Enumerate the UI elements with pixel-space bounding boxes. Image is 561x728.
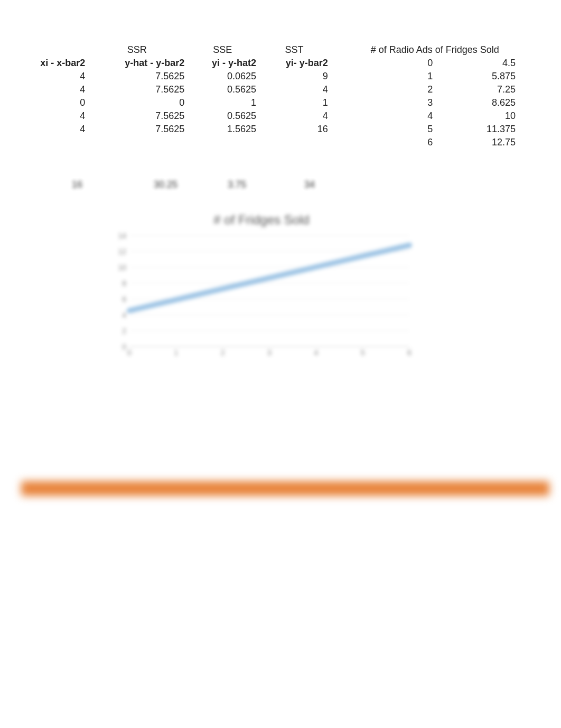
- chart-line-svg: [129, 235, 409, 346]
- x-tick: 4: [314, 348, 318, 357]
- orange-divider: [21, 476, 549, 502]
- x-tick: 6: [407, 348, 412, 357]
- total-yi-yhat: 3.75: [180, 178, 248, 191]
- cell-fridges-0: 4.5: [435, 57, 518, 70]
- cell-fridges: 12.75: [435, 136, 518, 149]
- table-row: 4 7.5625 1.5625 16 5 11.375: [21, 123, 518, 136]
- y-tick: 6: [122, 295, 126, 303]
- header-xi: xi - x-bar2: [21, 57, 87, 70]
- cell-yhat: 7.5625: [87, 123, 186, 136]
- header-yi-yhat: yi - y-hat2: [186, 57, 258, 70]
- cell-yi-ybar: 4: [258, 109, 330, 123]
- cell-radio-0: 0: [352, 57, 435, 70]
- y-tick: 8: [122, 279, 126, 288]
- table-row: 0 0 1 1 3 8.625: [21, 96, 518, 109]
- cell-yi-ybar: 16: [258, 123, 330, 136]
- y-tick: 10: [118, 263, 126, 272]
- x-tick: 2: [221, 348, 225, 357]
- y-tick: 0: [122, 343, 126, 351]
- total-xi: 16: [21, 178, 85, 191]
- cell-xi: 4: [21, 70, 87, 83]
- y-tick: 12: [118, 247, 126, 256]
- y-tick: 4: [122, 311, 126, 319]
- cell-yi-yhat: 0.5625: [186, 83, 258, 96]
- cell-xi: 0: [21, 96, 87, 109]
- total-yi-ybar: 34: [248, 178, 317, 191]
- cell-yi-yhat: 1.5625: [186, 123, 258, 136]
- cell-yhat: 7.5625: [87, 109, 186, 123]
- header-yi-ybar: yi- y-bar2: [258, 57, 330, 70]
- header-overlap-text: # of Radio Ads of Fridges Sold: [352, 44, 518, 56]
- header-gap2: [330, 57, 352, 70]
- table-row: 4 7.5625 0.0625 9 1 5.875: [21, 70, 518, 83]
- chart-series-line: [129, 245, 409, 311]
- cell-yhat: 7.5625: [87, 70, 186, 83]
- x-tick: 3: [267, 348, 272, 357]
- cell-yi-ybar: 9: [258, 70, 330, 83]
- header-sst: SST: [258, 43, 330, 57]
- header-sse: SSE: [186, 43, 258, 57]
- cell-yi-yhat: 1: [186, 96, 258, 109]
- cell-yi-yhat: 0.5625: [186, 109, 258, 123]
- orange-bar: [21, 481, 549, 496]
- stats-table: SSR SSE SST # of Radio Ads of Fridges So…: [21, 43, 518, 149]
- total-yhat: 30.25: [85, 178, 180, 191]
- table-row: 6 12.75: [21, 136, 518, 149]
- cell-xi: 4: [21, 109, 87, 123]
- cell-radio: 6: [352, 136, 435, 149]
- y-tick: 2: [122, 327, 126, 335]
- table-row: 4 7.5625 0.5625 4 4 10: [21, 109, 518, 123]
- chart-title: # of Fridges Sold: [98, 206, 425, 227]
- cell-xi: 4: [21, 83, 87, 96]
- header-row-2: xi - x-bar2 y-hat - y-bar2 yi - y-hat2 y…: [21, 57, 518, 70]
- x-tick: 0: [127, 348, 132, 357]
- x-tick: 5: [361, 348, 365, 357]
- header-gap: [330, 43, 352, 57]
- x-tick: 1: [174, 348, 178, 357]
- header-ssr: SSR: [87, 43, 186, 57]
- cell-fridges: 7.25: [435, 83, 518, 96]
- cell-yhat: 0: [87, 96, 186, 109]
- cell-radio: 4: [352, 109, 435, 123]
- header-yhat: y-hat - y-bar2: [87, 57, 186, 70]
- cell-fridges: 10: [435, 109, 518, 123]
- y-tick: 14: [118, 232, 126, 240]
- cell-fridges: 5.875: [435, 70, 518, 83]
- table: SSR SSE SST # of Radio Ads of Fridges So…: [21, 43, 518, 149]
- cell-yi-ybar: 4: [258, 83, 330, 96]
- cell-radio: 3: [352, 96, 435, 109]
- cell-radio: 5: [352, 123, 435, 136]
- table-row: 4 7.5625 0.5625 4 2 7.25: [21, 83, 518, 96]
- cell-yi-yhat: 0.0625: [186, 70, 258, 83]
- cell-fridges: 8.625: [435, 96, 518, 109]
- cell-xi: 4: [21, 123, 87, 136]
- header-blank: [21, 43, 87, 57]
- fridges-chart: # of Fridges Sold 14 12 10 8 6 4 2 0 0 1…: [98, 206, 425, 370]
- cell-radio: 1: [352, 70, 435, 83]
- totals-row: 16 30.25 3.75 34: [21, 178, 349, 191]
- header-row-1: SSR SSE SST # of Radio Ads of Fridges So…: [21, 43, 518, 57]
- cell-radio: 2: [352, 83, 435, 96]
- cell-yhat: 7.5625: [87, 83, 186, 96]
- cell-yi-ybar: 1: [258, 96, 330, 109]
- header-radio-fridges: # of Radio Ads of Fridges Sold XX: [352, 43, 518, 57]
- cell-fridges: 11.375: [435, 123, 518, 136]
